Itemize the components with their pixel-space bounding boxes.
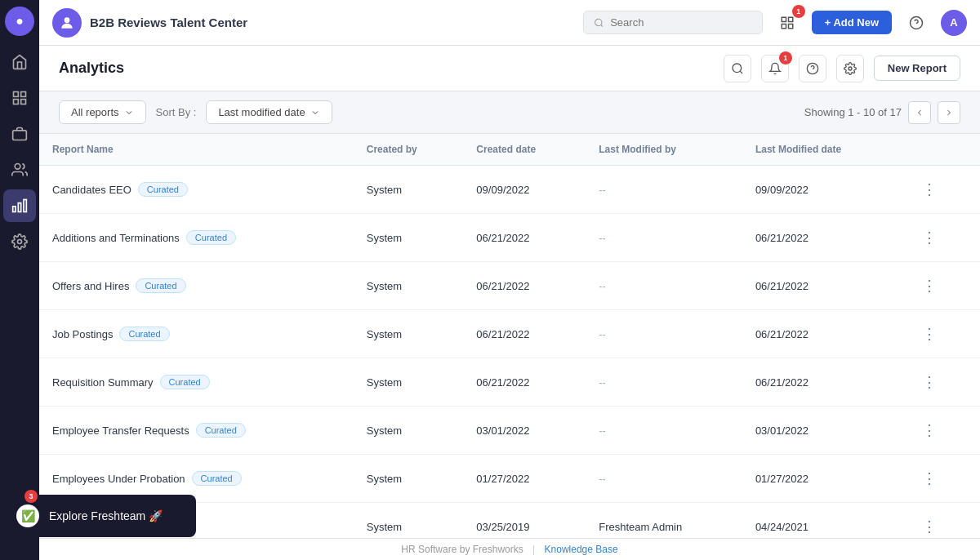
sort-by-label: Sort By : <box>156 106 197 118</box>
row-actions-button[interactable]: ⋮ <box>915 225 943 250</box>
bell-notif-btn[interactable]: 1 <box>761 55 789 82</box>
row-actions-button[interactable]: ⋮ <box>915 514 943 538</box>
app-shell: ● B2B Reviews Talent Center <box>0 0 980 560</box>
brand-name: B2B Reviews Talent Center <box>90 16 247 29</box>
sidebar-item-home[interactable] <box>3 46 36 78</box>
cell-created-by: System <box>354 455 464 503</box>
svg-rect-14 <box>788 24 792 28</box>
col-modified-date: Last Modified date <box>742 134 903 166</box>
sidebar-item-dashboard[interactable] <box>3 82 36 114</box>
chevron-down-icon <box>124 108 134 118</box>
row-actions-button[interactable]: ⋮ <box>915 466 943 491</box>
explore-freshteam-banner[interactable]: ✅ Explore Freshteam 🚀 3 <box>0 495 196 537</box>
cell-modified-by: Freshteam Admin <box>586 503 742 539</box>
question-icon-btn[interactable] <box>799 55 826 82</box>
svg-rect-1 <box>21 92 26 97</box>
cell-modified-by: -- <box>586 214 742 262</box>
footer-separator: | <box>532 544 537 555</box>
cell-created-by: System <box>354 407 464 455</box>
cell-created-date: 06/21/2022 <box>463 214 586 262</box>
brand-avatar <box>52 8 82 38</box>
toolbar: All reports Sort By : Last modified date… <box>39 91 980 134</box>
cell-report-name: Job Postings Curated <box>39 310 354 358</box>
user-avatar[interactable]: A <box>941 10 967 36</box>
sidebar-item-users[interactable] <box>3 153 36 186</box>
add-new-button[interactable]: + Add New <box>812 11 892 34</box>
cell-created-date: 03/01/2022 <box>463 407 586 455</box>
sidebar-item-projects[interactable] <box>3 118 36 150</box>
cell-modified-date: 04/24/2021 <box>742 503 903 539</box>
report-name-text: Requisition Summary <box>52 376 154 389</box>
cell-report-name: Additions and Terminations Curated <box>39 214 354 262</box>
table-row: Additions and Terminations Curated Syste… <box>39 214 980 262</box>
curated-badge: Curated <box>196 423 246 438</box>
svg-rect-4 <box>13 131 27 140</box>
svg-rect-15 <box>782 24 786 28</box>
table-row: Employee Transfer Requests Curated Syste… <box>39 407 980 455</box>
cell-modified-by: -- <box>586 407 742 455</box>
search-sub-btn[interactable] <box>724 55 751 82</box>
table-body: Candidates EEO Curated System 09/09/2022… <box>39 166 980 539</box>
pagination-info: Showing 1 - 10 of 17 <box>804 101 960 124</box>
svg-rect-13 <box>788 17 792 21</box>
chevron-down-icon <box>310 108 320 118</box>
explore-badge: 3 <box>24 490 38 503</box>
row-actions-button[interactable]: ⋮ <box>915 322 943 346</box>
curated-badge: Curated <box>136 278 185 293</box>
cell-created-date: 03/25/2019 <box>463 503 586 539</box>
notifications-btn[interactable]: 1 <box>773 8 802 38</box>
cell-modified-by: -- <box>586 358 742 407</box>
search-icon <box>594 17 604 29</box>
curated-badge: Curated <box>186 230 236 245</box>
sub-header: Analytics 1 New Report <box>39 46 980 91</box>
row-actions-button[interactable]: ⋮ <box>915 273 943 298</box>
knowledge-base-link[interactable]: Knowledge Base <box>545 544 618 555</box>
svg-point-11 <box>595 19 601 25</box>
row-actions-button[interactable]: ⋮ <box>915 418 943 442</box>
report-name-text: Offers and Hires <box>52 280 129 292</box>
col-created-date: Created date <box>463 134 586 166</box>
reports-table: Report Name Created by Created date Last… <box>39 134 980 538</box>
app-logo: ● <box>5 7 34 36</box>
prev-page-button[interactable] <box>908 101 931 124</box>
curated-badge: Curated <box>119 327 169 341</box>
cell-actions: ⋮ <box>902 166 980 214</box>
new-report-button[interactable]: New Report <box>874 56 960 81</box>
cell-modified-by: -- <box>586 166 742 214</box>
main-area: B2B Reviews Talent Center 1 + Add New A … <box>39 0 980 560</box>
sidebar-item-settings[interactable] <box>3 225 36 258</box>
row-actions-button[interactable]: ⋮ <box>915 370 943 394</box>
table-row: Offers and Hires Curated System 06/21/20… <box>39 262 980 310</box>
sort-button[interactable]: Last modified date <box>206 100 332 124</box>
cell-modified-date: 01/27/2022 <box>742 455 903 503</box>
sidebar-item-analytics[interactable] <box>3 189 36 222</box>
cell-report-name: Requisition Summary Curated <box>39 358 354 407</box>
help-icon-btn[interactable] <box>902 8 931 38</box>
svg-point-10 <box>65 17 70 23</box>
curated-badge: Curated <box>192 471 242 486</box>
cell-report-name: Candidates EEO Curated <box>39 166 354 214</box>
cell-actions: ⋮ <box>902 262 980 310</box>
svg-point-21 <box>849 67 852 70</box>
search-input[interactable] <box>610 16 751 29</box>
cell-modified-date: 06/21/2022 <box>742 262 903 310</box>
cell-report-name: Employee Transfer Requests Curated <box>39 407 354 455</box>
chevron-right-icon <box>944 108 954 118</box>
cell-modified-by: -- <box>586 262 742 310</box>
row-actions-button[interactable]: ⋮ <box>915 177 943 202</box>
explore-icon: ✅ <box>16 504 39 527</box>
search-bar[interactable] <box>583 11 763 34</box>
reports-table-container: Report Name Created by Created date Last… <box>39 134 980 538</box>
cell-created-date: 09/09/2022 <box>463 166 586 214</box>
svg-rect-0 <box>14 92 19 97</box>
cell-modified-by: -- <box>586 455 742 503</box>
cell-created-date: 01/27/2022 <box>463 455 586 503</box>
next-page-button[interactable] <box>938 101 960 124</box>
report-name-text: Additions and Terminations <box>52 232 180 244</box>
cell-created-by: System <box>354 166 464 214</box>
filter-button[interactable]: All reports <box>59 100 146 124</box>
brand: B2B Reviews Talent Center <box>52 8 573 38</box>
footer-text1: HR Software <box>401 544 457 555</box>
settings-icon-btn[interactable] <box>836 55 864 82</box>
cell-created-date: 06/21/2022 <box>463 262 586 310</box>
